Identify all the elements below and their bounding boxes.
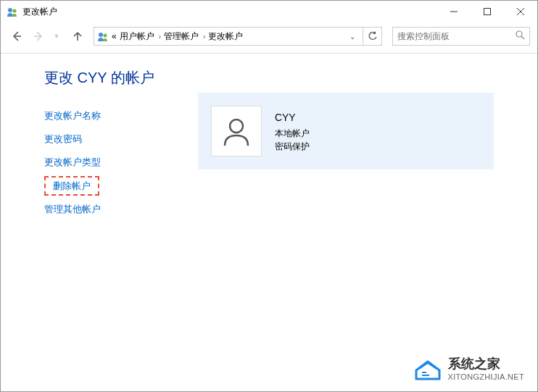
breadcrumb-label: 用户帐户	[120, 30, 154, 43]
svg-rect-14	[422, 375, 429, 376]
watermark: 系统之家 XITONGZHIJIA.NET	[413, 355, 524, 381]
maximize-icon	[484, 8, 491, 15]
minimize-button[interactable]	[437, 1, 471, 22]
close-icon	[517, 8, 524, 15]
chevron-right-icon: ›	[203, 33, 205, 41]
highlight-annotation: 删除帐户	[44, 176, 99, 196]
svg-point-0	[8, 8, 12, 12]
address-bar[interactable]: « 用户帐户› 管理帐户› 更改帐户 ⌄	[94, 27, 363, 46]
search-input[interactable]	[397, 31, 516, 41]
up-button[interactable]	[69, 28, 86, 45]
window-controls	[437, 1, 537, 22]
forward-arrow-icon	[33, 30, 44, 42]
delete-account-link[interactable]: 删除帐户	[53, 180, 91, 193]
back-button[interactable]	[8, 28, 25, 45]
breadcrumb-prefix: «	[112, 31, 117, 41]
svg-point-10	[516, 31, 522, 37]
breadcrumb-item[interactable]: 用户帐户›	[120, 30, 161, 43]
breadcrumb-item[interactable]: 管理帐户›	[164, 30, 205, 43]
left-column: 更改 CYY 的帐户 更改帐户名称 更改密码 更改帐户类型 删除帐户 管理其他帐…	[44, 68, 154, 222]
maximize-button[interactable]	[471, 1, 504, 22]
svg-point-12	[230, 120, 243, 133]
up-arrow-icon	[72, 30, 83, 42]
account-card: CYY 本地帐户 密码保护	[198, 93, 494, 170]
change-password-link[interactable]: 更改密码	[44, 128, 82, 150]
page-title: 更改 CYY 的帐户	[44, 68, 154, 88]
right-column: CYY 本地帐户 密码保护	[198, 68, 494, 222]
account-name: CYY	[275, 110, 310, 125]
window-title: 更改帐户	[22, 6, 57, 18]
close-button[interactable]	[504, 1, 537, 22]
manage-others-link[interactable]: 管理其他帐户	[44, 199, 101, 220]
svg-line-11	[521, 36, 524, 39]
forward-button[interactable]	[30, 28, 47, 45]
change-type-link[interactable]: 更改帐户类型	[44, 151, 101, 173]
account-protection: 密码保护	[275, 140, 310, 153]
svg-point-8	[99, 33, 103, 37]
back-arrow-icon	[11, 30, 22, 42]
search-icon[interactable]	[516, 30, 525, 42]
user-icon	[219, 114, 254, 149]
recent-dropdown[interactable]: ▼	[51, 28, 62, 45]
watermark-logo-icon	[413, 356, 442, 380]
users-icon	[97, 30, 109, 42]
account-info: CYY 本地帐户 密码保护	[275, 110, 310, 153]
svg-rect-13	[422, 372, 426, 373]
address-dropdown[interactable]: ⌄	[345, 33, 360, 41]
svg-rect-3	[484, 9, 491, 15]
refresh-icon	[368, 31, 378, 41]
breadcrumb-label: 更改帐户	[208, 30, 243, 43]
minimize-icon	[450, 8, 458, 15]
breadcrumb-label: 管理帐户	[164, 30, 199, 43]
users-icon	[7, 6, 18, 17]
avatar	[211, 106, 262, 157]
breadcrumb-item[interactable]: 更改帐户	[208, 30, 243, 43]
watermark-sub: XITONGZHIJIA.NET	[448, 372, 524, 381]
svg-point-1	[13, 9, 17, 13]
account-type: 本地帐户	[275, 127, 310, 140]
chevron-right-icon: ›	[159, 33, 161, 41]
search-box[interactable]	[392, 27, 530, 46]
navigation-bar: ▼ « 用户帐户› 管理帐户› 更改帐户 ⌄	[1, 22, 537, 54]
watermark-main: 系统之家	[448, 355, 524, 372]
change-name-link[interactable]: 更改帐户名称	[44, 105, 101, 127]
content-area: 更改 CYY 的帐户 更改帐户名称 更改密码 更改帐户类型 删除帐户 管理其他帐…	[1, 54, 537, 236]
watermark-text: 系统之家 XITONGZHIJIA.NET	[448, 355, 524, 381]
svg-point-9	[104, 34, 107, 38]
refresh-button[interactable]	[363, 27, 382, 46]
